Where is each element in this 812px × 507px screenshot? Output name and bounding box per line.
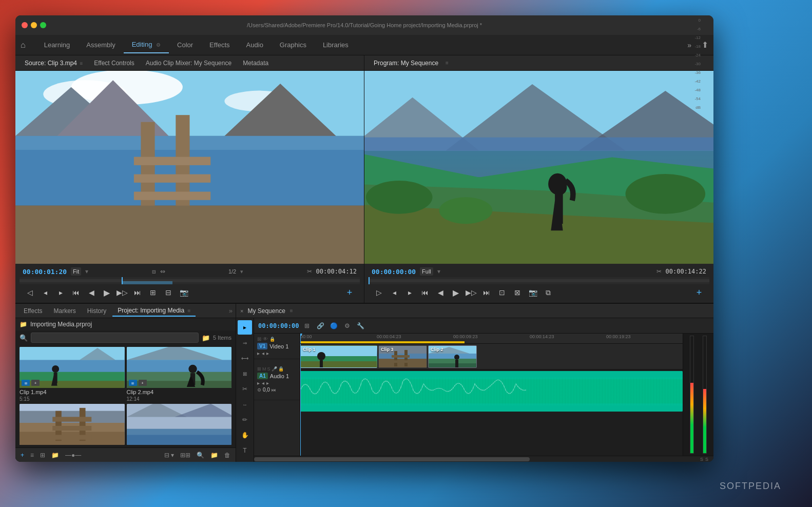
timeline-menu-icon[interactable]: ≡ bbox=[290, 308, 293, 314]
ripple-edit-tool[interactable]: ⟷ bbox=[238, 351, 252, 365]
video-track-lock-icon[interactable]: 🔒 bbox=[269, 337, 275, 342]
program-mark-out-icon[interactable]: ▷ bbox=[373, 286, 385, 299]
program-step-back-icon[interactable]: ◂ bbox=[388, 286, 400, 299]
add-marker-icon[interactable]: 🔵 bbox=[328, 321, 339, 331]
source-insert-icon[interactable]: ⊞ bbox=[147, 286, 159, 299]
source-forward-play-icon[interactable]: ▶▷ bbox=[116, 286, 128, 299]
search-input[interactable] bbox=[31, 333, 199, 343]
hand-tool[interactable]: ✋ bbox=[238, 428, 252, 442]
program-reverse-play-icon[interactable]: ◀ bbox=[434, 286, 447, 299]
video-track-arrow1-icon[interactable]: ◂ bbox=[262, 350, 264, 356]
home-icon[interactable]: ⌂ bbox=[21, 41, 26, 50]
project-settings-icon[interactable]: 📁 bbox=[49, 451, 61, 460]
video-track-collapse-icon[interactable]: ▸ bbox=[257, 350, 260, 356]
slip-tool[interactable]: ↔ bbox=[238, 397, 252, 412]
video-track-arrow2-icon[interactable]: ▸ bbox=[266, 350, 269, 356]
trash-icon[interactable]: 🗑 bbox=[222, 451, 233, 460]
project-tab-menu-icon[interactable]: ≡ bbox=[188, 308, 191, 314]
timeline-scrollbar[interactable]: S S bbox=[254, 456, 713, 462]
program-to-start-icon[interactable]: ⏮ bbox=[419, 286, 431, 299]
program-camera-icon[interactable]: 📷 bbox=[527, 286, 539, 299]
list-view-icon[interactable]: ≡ bbox=[28, 451, 36, 460]
source-expand-icon[interactable]: ⇔ bbox=[160, 268, 165, 275]
tab-learning[interactable]: Learning bbox=[36, 37, 79, 53]
source-reverse-play-icon[interactable]: ◀ bbox=[85, 286, 98, 299]
timeline-settings-icon[interactable]: ⚙ bbox=[342, 321, 352, 331]
program-timecode[interactable]: 00:00:00:00 bbox=[372, 268, 416, 276]
video-clip-3[interactable]: Clip 3 bbox=[378, 345, 427, 368]
tab-effects[interactable]: Effects bbox=[201, 37, 238, 53]
timeline-ruler[interactable]: 00:00 00:00:04:23 00:00:09:23 00:00:14:2… bbox=[300, 334, 683, 344]
history-tab[interactable]: History bbox=[82, 306, 111, 316]
tab-graphics[interactable]: Graphics bbox=[272, 37, 315, 53]
timeline-sequence-close-icon[interactable]: × bbox=[240, 308, 243, 314]
video-clip-2[interactable]: Clip 2 bbox=[428, 345, 477, 368]
snap-icon[interactable]: ⊞ bbox=[302, 321, 312, 331]
effect-controls-tab[interactable]: Effect Controls bbox=[89, 57, 139, 69]
source-to-end-icon[interactable]: ⏭ bbox=[131, 286, 144, 299]
source-scrubber[interactable] bbox=[20, 277, 360, 284]
program-scrubber[interactable] bbox=[369, 277, 709, 284]
source-expand-panel-icon[interactable]: + bbox=[343, 286, 356, 299]
source-frame-icon[interactable]: ⧈ bbox=[152, 268, 156, 275]
project-tab[interactable]: Project: Importing Media ≡ bbox=[112, 305, 196, 317]
audio-track-expand-icon[interactable]: ▸ bbox=[257, 380, 260, 386]
source-fit-select[interactable]: Fit bbox=[71, 267, 81, 276]
roll-edit-tool[interactable]: ⊠ bbox=[238, 366, 252, 381]
markers-tab[interactable]: Markers bbox=[48, 306, 81, 316]
type-tool[interactable]: T bbox=[238, 443, 252, 458]
tab-assembly[interactable]: Assembly bbox=[78, 37, 123, 53]
source-mark-in-icon[interactable]: ◁ bbox=[24, 286, 36, 299]
audio-vol-up-icon[interactable]: ▸ bbox=[266, 380, 269, 386]
tab-editing[interactable]: Editing ⚙ bbox=[124, 36, 169, 53]
timeline-scroll-handle[interactable] bbox=[254, 457, 530, 461]
timeline-wrench-icon[interactable]: 🔧 bbox=[355, 321, 365, 331]
list-item[interactable]: ⊞ + Clip 1.mp4 5:15 bbox=[20, 347, 125, 402]
effects-tab[interactable]: Effects bbox=[18, 306, 47, 316]
video-clip-1[interactable]: Clip 1 bbox=[300, 345, 377, 368]
close-button[interactable] bbox=[22, 22, 28, 28]
source-clip-tab-menu-icon[interactable]: ≡ bbox=[80, 61, 83, 66]
source-step-fwd-icon[interactable]: ▸ bbox=[54, 286, 67, 299]
zoom-slider-icon[interactable]: —●— bbox=[63, 451, 83, 460]
audio-clip-1[interactable] bbox=[300, 371, 683, 412]
sort-icon[interactable]: ⊟ ▾ bbox=[162, 451, 176, 460]
tab-audio[interactable]: Audio bbox=[238, 37, 272, 53]
audio-track-lock-icon[interactable]: 🔒 bbox=[278, 366, 284, 372]
maximize-button[interactable] bbox=[40, 22, 46, 28]
program-to-end-icon[interactable]: ⏭ bbox=[480, 286, 493, 299]
program-trim-icon[interactable]: ⧉ bbox=[542, 286, 554, 299]
add-media-icon[interactable]: + bbox=[18, 451, 26, 460]
audio-vol-down-icon[interactable]: ◂ bbox=[262, 380, 264, 386]
icon-view-icon[interactable]: ⊞ bbox=[38, 451, 47, 460]
audio-clip-mixer-tab[interactable]: Audio Clip Mixer: My Sequence bbox=[141, 57, 237, 69]
list-item[interactable] bbox=[20, 404, 125, 447]
pen-tool[interactable]: ✏ bbox=[238, 413, 252, 427]
program-forward-play-icon[interactable]: ▶▷ bbox=[465, 286, 477, 299]
program-expand-panel-icon[interactable]: + bbox=[693, 286, 705, 299]
track-select-tool[interactable]: ⇒ bbox=[238, 336, 252, 350]
audio-to-end-icon[interactable]: ⏭ bbox=[272, 387, 276, 393]
program-step-fwd-icon[interactable]: ▸ bbox=[403, 286, 416, 299]
source-timecode[interactable]: 00:00:01:20 bbox=[23, 268, 67, 276]
source-step-back-icon[interactable]: ◂ bbox=[39, 286, 51, 299]
program-fit-select[interactable]: Full bbox=[420, 267, 433, 276]
audio-mute-btn[interactable]: M bbox=[262, 366, 266, 372]
audio-solo-btn[interactable]: S bbox=[267, 366, 270, 372]
search-btn-icon[interactable]: 🔍 bbox=[195, 451, 206, 460]
more-tabs-button[interactable]: » bbox=[683, 39, 695, 51]
grid-size-icon[interactable]: ⊞⊞ bbox=[178, 451, 192, 460]
project-panel-more-icon[interactable]: » bbox=[229, 307, 233, 315]
linked-selection-icon[interactable]: 🔗 bbox=[315, 321, 325, 331]
timeline-timecode[interactable]: 00:00:00:00 bbox=[258, 322, 299, 329]
source-camera-icon[interactable]: 📷 bbox=[178, 286, 190, 299]
list-item[interactable]: ⊞ + Clip 2.mp4 12:14 bbox=[127, 347, 232, 402]
program-lift-icon[interactable]: ⊡ bbox=[496, 286, 508, 299]
list-item[interactable] bbox=[127, 404, 232, 447]
tab-libraries[interactable]: Libraries bbox=[315, 37, 357, 53]
selection-tool[interactable]: ▸ bbox=[238, 320, 252, 335]
new-bin-icon[interactable]: 📁 bbox=[202, 334, 210, 342]
source-clip-tab[interactable]: Source: Clip 3.mp4 ≡ bbox=[20, 57, 88, 69]
razor-tool[interactable]: ✂ bbox=[238, 382, 252, 396]
export-icon[interactable]: ⬆ bbox=[702, 40, 708, 50]
